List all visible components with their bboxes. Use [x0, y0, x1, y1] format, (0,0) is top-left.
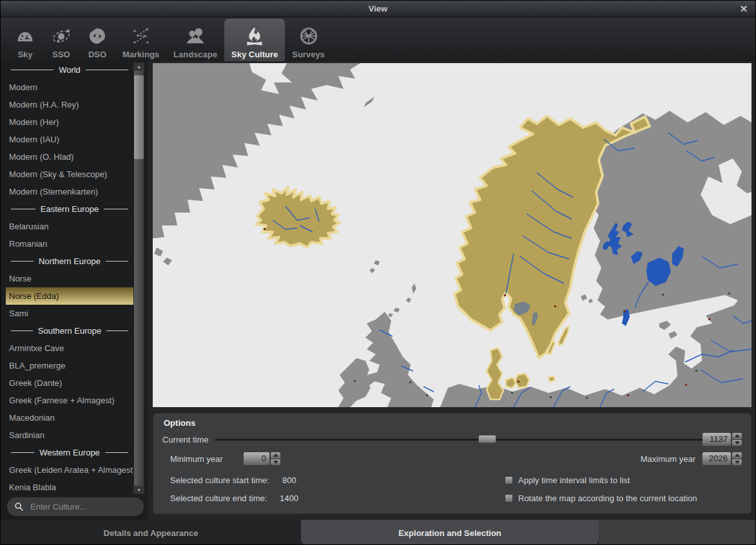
- window-title: View: [369, 4, 387, 14]
- title-bar[interactable]: View ✕: [1, 1, 755, 17]
- culture-section-header: Southern Europe: [6, 322, 133, 339]
- scroll-up-icon[interactable]: ▲: [133, 62, 144, 71]
- apply-time-interval-label: Apply time interval limits to list: [518, 475, 630, 485]
- culture-list-item[interactable]: Greek (Leiden Aratea + Almagest): [6, 461, 133, 479]
- culture-list-item[interactable]: Modern: [6, 79, 133, 96]
- maximum-year-spinbox: 2026: [703, 452, 742, 465]
- culture-list-item[interactable]: Modern (O. Hlad): [6, 148, 133, 166]
- current-time-value[interactable]: 1137: [703, 433, 731, 446]
- culture-list-item[interactable]: Modern (IAU): [6, 131, 133, 148]
- culture-list-item[interactable]: Greek (Dante): [6, 374, 133, 392]
- tab-landscape[interactable]: Landscape: [166, 19, 224, 61]
- markings-icon: [130, 23, 152, 49]
- options-title: Options: [164, 418, 195, 428]
- culture-search[interactable]: [7, 497, 144, 516]
- culture-section-header: Eastern Europe: [6, 200, 133, 218]
- search-input[interactable]: [30, 502, 144, 512]
- spin-down-button[interactable]: [732, 440, 742, 446]
- culture-list-item[interactable]: Norse: [6, 270, 133, 287]
- end-time-value: 1400: [280, 493, 298, 503]
- map-svg: [153, 63, 751, 407]
- culture-list-item[interactable]: Sardinian: [6, 426, 133, 444]
- slider-groove[interactable]: [215, 439, 703, 441]
- minimum-year-label: Minimum year: [170, 454, 223, 464]
- bottom-bar-filler: [599, 520, 756, 545]
- rotate-map-checkbox[interactable]: [505, 494, 513, 502]
- end-time-label: Selected culture end time:: [170, 493, 267, 503]
- tab-dso[interactable]: DSO: [79, 19, 115, 61]
- scroll-down-icon[interactable]: ▼: [133, 486, 144, 494]
- tab-label: Markings: [122, 50, 159, 59]
- culture-map[interactable]: [153, 63, 751, 407]
- rotate-map-label: Rotate the map according to the current …: [518, 493, 697, 503]
- start-time-label: Selected culture start time:: [170, 475, 269, 485]
- minimum-year-value[interactable]: 0: [244, 452, 269, 465]
- search-icon: [14, 501, 24, 512]
- content-area: Options Current time 1137 Minimum year 0: [148, 61, 755, 544]
- current-time-slider[interactable]: [215, 434, 703, 445]
- close-icon[interactable]: ✕: [737, 3, 750, 15]
- culture-list-item[interactable]: Greek (Farnese + Almagest): [6, 392, 133, 409]
- tab-sky[interactable]: Sky: [7, 19, 43, 61]
- tab-label: SSO: [52, 50, 70, 59]
- culture-list-item[interactable]: Armintxe Cave: [6, 339, 133, 357]
- tab-markings[interactable]: Markings: [115, 19, 166, 61]
- culture-list-item[interactable]: Modern (Sternenkarten): [6, 183, 133, 200]
- tab-label: Sky: [17, 50, 32, 59]
- culture-list-item[interactable]: Modern (Her): [6, 113, 133, 131]
- culture-sidebar: WorldModernModern (H.A. Rey)Modern (Her)…: [1, 61, 148, 544]
- culture-list: WorldModernModern (H.A. Rey)Modern (Her)…: [6, 61, 133, 496]
- spin-down-button[interactable]: [271, 459, 280, 466]
- culture-list-item[interactable]: Modern (Sky & Telescope): [6, 166, 133, 183]
- sky-icon: [14, 23, 36, 49]
- tab-bar: Sky SSO DSO: [1, 17, 755, 61]
- bottom-tab-label: Details and Appearance: [104, 528, 199, 538]
- tab-exploration-and-selection[interactable]: Exploration and Selection: [301, 520, 599, 545]
- tab-label: Landscape: [173, 50, 217, 59]
- sky-culture-icon: [244, 23, 266, 49]
- bottom-tab-bar: Details and Appearance Exploration and S…: [1, 520, 756, 545]
- culture-list-item[interactable]: Norse (Edda): [6, 287, 133, 305]
- start-time-value: 800: [282, 475, 296, 485]
- culture-section-header: Western Europe: [6, 444, 133, 461]
- bottom-tab-label: Exploration and Selection: [398, 528, 501, 538]
- culture-list-item[interactable]: Sami: [6, 305, 133, 322]
- tab-sky-culture[interactable]: Sky Culture: [224, 19, 285, 61]
- dso-icon: [86, 23, 108, 49]
- tab-label: DSO: [88, 50, 106, 59]
- view-dialog: View ✕ Sky SSO: [0, 0, 756, 545]
- scrollbar-track[interactable]: [134, 71, 144, 486]
- culture-list-item[interactable]: Romanian: [6, 235, 133, 253]
- minimum-year-spinbox: 0: [244, 452, 280, 465]
- culture-section-header: World: [6, 61, 133, 79]
- current-time-spinbox: 1137: [703, 433, 742, 446]
- spin-up-button[interactable]: [732, 433, 742, 439]
- apply-time-interval-checkbox[interactable]: [505, 476, 513, 484]
- sso-icon: [50, 23, 72, 49]
- tab-sso[interactable]: SSO: [43, 19, 79, 61]
- maximum-year-value[interactable]: 2026: [703, 452, 731, 465]
- maximum-year-label: Maximum year: [641, 454, 695, 464]
- tab-label: Sky Culture: [231, 50, 278, 59]
- surveys-icon: [298, 23, 320, 49]
- culture-list-item[interactable]: Belarusian: [6, 218, 133, 235]
- slider-handle[interactable]: [478, 435, 496, 443]
- spin-up-button[interactable]: [271, 452, 280, 459]
- culture-list-item[interactable]: Kenia Blabla: [6, 479, 133, 496]
- spin-down-button[interactable]: [732, 459, 742, 466]
- culture-list-item[interactable]: Modern (H.A. Rey): [6, 96, 133, 113]
- culture-list-item[interactable]: BLA_premerge: [6, 357, 133, 374]
- spin-up-button[interactable]: [732, 452, 742, 459]
- culture-list-item[interactable]: Macedonian: [6, 409, 133, 426]
- tab-label: Surveys: [292, 50, 325, 59]
- tab-details-and-appearance[interactable]: Details and Appearance: [1, 520, 301, 545]
- current-time-label: Current time: [162, 435, 209, 445]
- scrollbar-thumb[interactable]: [134, 75, 144, 159]
- options-panel: Options Current time 1137 Minimum year 0: [153, 413, 751, 514]
- tab-surveys[interactable]: Surveys: [285, 19, 332, 61]
- culture-section-header: Northern Europe: [6, 253, 133, 270]
- landscape-icon: [184, 23, 206, 49]
- culture-list-scrollbar[interactable]: ▲ ▼: [133, 62, 144, 494]
